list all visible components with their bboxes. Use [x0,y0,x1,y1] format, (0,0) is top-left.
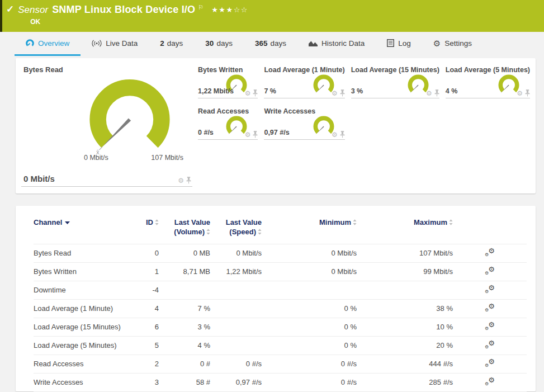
gauge-settings-gear-icon[interactable]: ⚙ [517,90,523,97]
channel-settings-gears-icon[interactable]: ⚙⚙ [485,285,495,294]
cell-id: 3 [140,373,159,391]
cell-minimum: 0 % [262,336,357,355]
gauge-settings-gear-icon[interactable]: ⚙ [245,131,251,138]
gauge-cell-load-5min[interactable]: Load Average (5 Minutes) 4 % ⚙ [446,66,530,98]
stars-empty[interactable]: ☆☆ [234,6,248,14]
gauge-settings-gear-icon[interactable]: ⚙ [332,131,338,138]
gauge-cell-load-1min[interactable]: Load Average (1 Minute) 7 % ⚙ [264,66,344,98]
tab-live-data[interactable]: Live Data [81,32,149,56]
gauges-panel: Bytes Read x̄ 0 Mbit/s 107 Mbit/s 0 Mbit… [16,58,536,193]
tab-historic-data-label: Historic Data [321,39,365,48]
tab-log[interactable]: Log [376,32,422,56]
tab-settings-label: Settings [444,39,472,48]
table-row: Load Average (1 Minute) 4 7 % 0 % 38 % ⚙… [34,299,527,318]
table-row: Bytes Written 1 8,71 MB 1,22 Mbit/s 0 Mb… [34,262,527,281]
cell-maximum: 285 #/s [357,373,453,391]
priority-stars[interactable]: ★★★☆☆ [211,6,248,14]
gauge-title: Load Average (1 Minute) [264,66,344,74]
gauge-pin-icon[interactable] [186,177,191,184]
cell-volume: 4 % [159,336,210,355]
gauge-value: 7 % [264,87,276,95]
chevron-down-icon [65,221,70,224]
cell-id: 2 [140,355,159,373]
cell-minimum [262,281,357,299]
cell-channel: Read Accesses [34,355,140,373]
cell-id: -4 [140,281,159,299]
channel-settings-gears-icon[interactable]: ⚙⚙ [485,322,495,330]
cell-volume: 8,71 MB [159,262,210,281]
cell-channel: Bytes Written [34,262,140,281]
sensor-status-badge: OK [18,18,248,26]
cell-speed: 0 #/s [210,355,262,373]
table-row: Downtime -4 ⚙⚙ [34,281,527,299]
gauge-cell-bytes-written[interactable]: Bytes Written 1,22 Mbit/s ⚙ [198,66,258,98]
gauge-pin-icon[interactable] [253,89,258,97]
tab-30-days[interactable]: 30 days [194,32,244,56]
tab-365-days[interactable]: 365 days [244,32,297,56]
channel-settings-gears-icon[interactable]: ⚙⚙ [485,358,495,367]
col-header-id[interactable]: ID [140,216,159,244]
gauge-pin-icon[interactable] [340,131,345,138]
channel-settings-gears-icon[interactable]: ⚙⚙ [485,303,495,312]
col-header-actions [453,216,527,244]
cell-volume [159,281,210,299]
cell-speed [210,336,262,355]
col-header-last-value-volume[interactable]: Last Value (Volume) [159,216,210,244]
gauge-cell-write-accesses[interactable]: Write Accesses 0,97 #/s ⚙ [264,107,344,140]
tab-live-data-label: Live Data [106,39,138,48]
gauge-settings-gear-icon[interactable]: ⚙ [178,177,184,184]
col-header-maximum[interactable]: Maximum [357,216,453,244]
cell-channel: Bytes Read [34,244,140,262]
channel-settings-gears-icon[interactable]: ⚙⚙ [485,248,495,257]
channel-settings-gears-icon[interactable]: ⚙⚙ [485,340,495,349]
cell-maximum: 107 Mbit/s [357,244,453,262]
cell-speed [210,299,262,318]
tab-365-days-number: 365 [255,39,268,48]
gauge-scale-min: 0 Mbit/s [84,154,108,162]
gauge-value: 0 #/s [198,129,214,136]
tab-30-days-label: days [216,39,233,48]
primary-gauge-title: Bytes Read [23,65,191,74]
table-row: Bytes Read 0 0 MB 0 Mbit/s 0 Mbit/s 107 … [34,244,527,262]
gauge-pin-icon[interactable] [340,89,345,97]
gauge-value: 0,97 #/s [264,129,289,136]
cell-minimum: 0 Mbit/s [262,244,357,262]
cell-maximum: 444 #/s [357,355,453,373]
cell-speed: 0,97 #/s [210,373,262,391]
gauge-cell-read-accesses[interactable]: Read Accesses 0 #/s ⚙ [198,107,258,140]
tab-2-days[interactable]: 2 days [149,32,194,56]
primary-gauge-value: 0 Mbit/s [23,174,55,184]
table-row: Write Accesses 3 58 # 0,97 #/s 0 #/s 285… [34,373,527,391]
gauge-settings-gear-icon[interactable]: ⚙ [245,90,251,97]
gauge-pin-icon[interactable] [525,89,530,97]
gauge-cell-load-15min[interactable]: Load Average (15 Minutes) 3 % ⚙ [351,66,439,98]
table-row: Load Average (15 Minutes) 6 3 % 0 % 10 %… [34,318,527,336]
table-row: Load Average (5 Minutes) 5 4 % 0 % 20 % … [34,336,527,355]
cell-id: 0 [140,244,159,262]
primary-gauge: x̄ [75,74,185,156]
gauge-icon [26,39,34,48]
tab-log-label: Log [398,39,411,48]
cell-volume: 0 MB [159,244,210,262]
channel-settings-gears-icon[interactable]: ⚙⚙ [485,266,495,275]
stars-filled[interactable]: ★★★ [211,6,233,14]
gauge-settings-gear-icon[interactable]: ⚙ [332,90,338,97]
gauge-settings-gear-icon[interactable]: ⚙ [426,90,432,97]
gauge-pin-icon[interactable] [253,131,258,138]
channel-settings-gears-icon[interactable]: ⚙⚙ [485,377,495,386]
tab-2-days-label: days [167,39,183,48]
cell-volume: 7 % [159,299,210,318]
col-header-last-value-speed[interactable]: Last Value (Speed) [210,216,262,244]
gauge-pin-icon[interactable] [434,89,439,97]
sensor-header: ✓ Sensor SNMP Linux Block Device I/O ⚐ ★… [0,0,544,32]
col-header-channel[interactable]: Channel [34,216,140,244]
col-header-minimum[interactable]: Minimum [262,216,357,244]
flag-icon[interactable]: ⚐ [198,4,204,11]
cell-maximum: 99 Mbit/s [357,262,453,281]
log-document-icon [387,39,394,47]
cell-minimum: 0 #/s [262,373,357,391]
tab-settings[interactable]: ⚙ Settings [422,32,483,56]
primary-gauge-cell[interactable]: Bytes Read x̄ 0 Mbit/s 107 Mbit/s 0 Mbit… [21,63,192,187]
tab-historic-data[interactable]: Historic Data [297,32,376,56]
tab-overview[interactable]: Overview [15,32,81,56]
